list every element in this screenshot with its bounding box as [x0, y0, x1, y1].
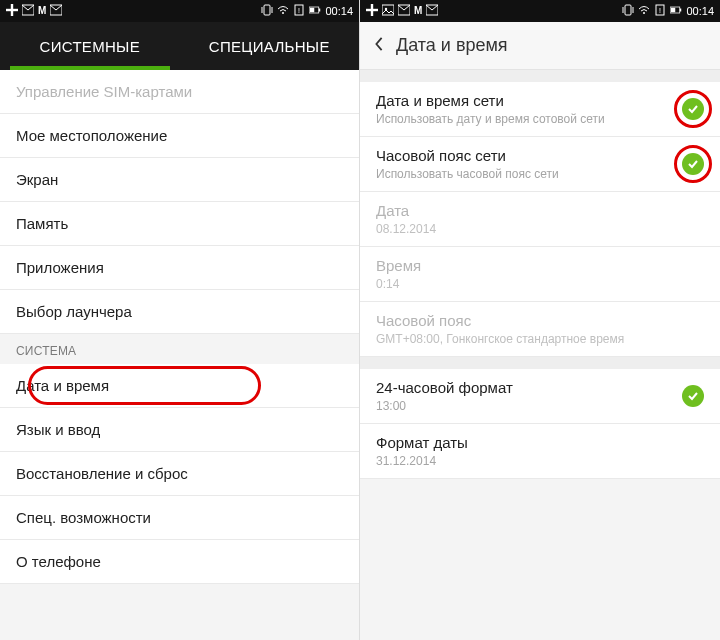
row-sub: Использовать часовой пояс сети	[376, 167, 674, 181]
row-display[interactable]: Экран	[0, 158, 359, 202]
row-label: Язык и ввод	[16, 421, 100, 438]
header: Дата и время	[360, 22, 720, 70]
card-icon: !	[293, 4, 305, 18]
row-network-timezone[interactable]: Часовой пояс сети Использовать часовой п…	[360, 137, 720, 192]
row-label: О телефоне	[16, 553, 101, 570]
datetime-list[interactable]: Дата и время сети Использовать дату и вр…	[360, 70, 720, 640]
battery-icon	[309, 4, 321, 18]
svg-rect-15	[382, 5, 394, 15]
row-backup-reset[interactable]: Восстановление и сброс	[0, 452, 359, 496]
mail-m-icon: M	[414, 6, 422, 16]
battery-icon	[670, 4, 682, 18]
row-memory[interactable]: Память	[0, 202, 359, 246]
status-bar: M ! 00:14	[360, 0, 720, 22]
row-24h-format[interactable]: 24-часовой формат 13:00	[360, 369, 720, 424]
vibrate-icon	[622, 4, 634, 18]
envelope-icon	[398, 4, 410, 18]
tab-label: СИСТЕМНЫЕ	[40, 38, 140, 55]
row-label: Восстановление и сброс	[16, 465, 188, 482]
check-icon	[687, 103, 699, 115]
row-sub: Использовать дату и время сотовой сети	[376, 112, 674, 126]
row-label: Время	[376, 257, 704, 274]
svg-rect-19	[625, 5, 631, 15]
row-accessibility[interactable]: Спец. возможности	[0, 496, 359, 540]
svg-text:!: !	[659, 7, 661, 14]
row-label: Спец. возможности	[16, 509, 151, 526]
chevron-left-icon	[372, 37, 386, 51]
tab-special[interactable]: СПЕЦИАЛЬНЫЕ	[180, 22, 360, 70]
svg-rect-11	[319, 9, 321, 12]
row-apps[interactable]: Приложения	[0, 246, 359, 290]
row-label: Часовой пояс	[376, 312, 704, 329]
tab-system[interactable]: СИСТЕМНЫЕ	[0, 22, 180, 70]
row-date-time[interactable]: Дата и время	[0, 364, 359, 408]
row-location[interactable]: Мое местоположение	[0, 114, 359, 158]
row-sub: 0:14	[376, 277, 704, 291]
row-label: Управление SIM-картами	[16, 83, 192, 100]
row-timezone: Часовой пояс GMT+08:00, Гонконгское стан…	[360, 302, 720, 357]
picture-icon	[382, 4, 394, 18]
row-network-datetime[interactable]: Дата и время сети Использовать дату и вр…	[360, 82, 720, 137]
check-icon	[687, 390, 699, 402]
svg-rect-12	[310, 8, 315, 13]
row-launcher[interactable]: Выбор лаунчера	[0, 290, 359, 334]
row-sub: GMT+08:00, Гонконгское стандартное время	[376, 332, 704, 346]
mail-m-icon: M	[38, 6, 46, 16]
row-label: Часовой пояс сети	[376, 147, 674, 164]
plus-icon	[6, 4, 18, 18]
phone-left: M ! 00:14 СИСТЕМНЫЕ СПЕЦИАЛЬНЫЕ Управлен…	[0, 0, 360, 640]
row-date-format[interactable]: Формат даты 31.12.2014	[360, 424, 720, 479]
row-label: Выбор лаунчера	[16, 303, 132, 320]
svg-rect-26	[680, 9, 682, 12]
svg-rect-27	[671, 8, 676, 13]
svg-rect-1	[6, 9, 18, 11]
row-label: Приложения	[16, 259, 104, 276]
checkbox-on[interactable]	[682, 153, 704, 175]
phone-right: M ! 00:14 Дата и время Дата и время сети…	[360, 0, 720, 640]
row-sub: 13:00	[376, 399, 674, 413]
settings-list[interactable]: Управление SIM-картами Мое местоположени…	[0, 70, 359, 640]
row-label: Память	[16, 215, 68, 232]
row-time: Время 0:14	[360, 247, 720, 302]
checkbox-on[interactable]	[682, 98, 704, 120]
svg-point-22	[643, 12, 645, 14]
row-label: Дата и время сети	[376, 92, 674, 109]
row-language-input[interactable]: Язык и ввод	[0, 408, 359, 452]
envelope-icon	[22, 4, 34, 18]
card-icon: !	[654, 4, 666, 18]
plus-icon	[366, 4, 378, 18]
wifi-icon	[277, 4, 289, 18]
row-label: Экран	[16, 171, 58, 188]
status-bar: M ! 00:14	[0, 0, 359, 22]
svg-rect-4	[264, 5, 270, 15]
row-about-phone[interactable]: О телефоне	[0, 540, 359, 584]
row-sub: 08.12.2014	[376, 222, 704, 236]
section-label-system: СИСТЕМА	[0, 334, 359, 364]
status-time: 00:14	[686, 6, 714, 17]
row-sub: 31.12.2014	[376, 454, 704, 468]
svg-point-7	[282, 12, 284, 14]
checkbox-on[interactable]	[682, 385, 704, 407]
envelope-icon-2	[426, 4, 438, 18]
row-label: Дата	[376, 202, 704, 219]
vibrate-icon	[261, 4, 273, 18]
wifi-icon	[638, 4, 650, 18]
row-label: Дата и время	[16, 377, 109, 394]
svg-rect-14	[366, 9, 378, 11]
tab-label: СПЕЦИАЛЬНЫЕ	[209, 38, 330, 55]
back-button[interactable]	[372, 35, 386, 56]
row-label: Мое местоположение	[16, 127, 167, 144]
row-date: Дата 08.12.2014	[360, 192, 720, 247]
tabs: СИСТЕМНЫЕ СПЕЦИАЛЬНЫЕ	[0, 22, 359, 70]
row-sim-management[interactable]: Управление SIM-картами	[0, 70, 359, 114]
status-time: 00:14	[325, 6, 353, 17]
row-label: Формат даты	[376, 434, 704, 451]
page-title: Дата и время	[396, 35, 508, 56]
envelope-icon-2	[50, 4, 62, 18]
check-icon	[687, 158, 699, 170]
row-label: 24-часовой формат	[376, 379, 674, 396]
svg-text:!: !	[298, 7, 300, 14]
